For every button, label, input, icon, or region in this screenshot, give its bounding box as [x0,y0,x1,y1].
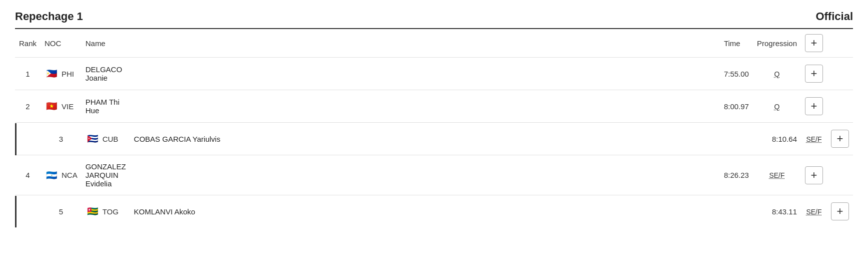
col-rank: Rank [15,29,41,58]
cell-progression: Q [753,58,801,90]
cell-rank: 4 [15,155,41,195]
page-header: Repechage 1 Official [15,10,853,28]
results-table: Rank NOC Name Time Progression + 1 🇵🇭 PH… [15,29,853,227]
expand-button[interactable]: + [805,166,823,184]
cell-progression: Q [753,90,801,123]
cell-spacer [720,123,753,155]
progression-value: SE/F [769,171,784,179]
cell-noc: 🇹🇬 TOG [82,195,130,228]
cell-spacer [130,155,720,195]
cell-progression: SE/F [801,195,827,228]
progression-value: Q [774,103,780,111]
cell-progression: SE/F [801,123,827,155]
status-badge: Official [815,10,853,23]
cell-name: DELGACO Joanie [82,58,130,90]
main-container: Repechage 1 Official Rank NOC Name Time … [0,0,868,274]
flag-icon: 🇵🇭 [45,69,59,78]
progression-value: SE/F [806,135,821,143]
cell-plus: + [801,58,827,90]
cell-rank: 5 [41,195,82,228]
col-noc: NOC [41,29,82,58]
header-plus-button[interactable]: + [805,34,823,52]
flag-icon: 🇳🇮 [45,171,59,180]
cell-spacer [720,195,753,228]
cell-time: 8:43.11 [753,195,801,228]
expand-button[interactable]: + [831,202,849,220]
table-row: 2 🇻🇳 VIE PHAM Thi Hue 8:00.97 Q + [15,90,853,123]
cell-progression: SE/F [753,155,801,195]
expand-button[interactable]: + [805,97,823,115]
cell-noc: 🇻🇳 VIE [41,90,82,123]
cell-noc: 🇵🇭 PHI [41,58,82,90]
col-plus-header: + [801,29,827,58]
table-row: 1 🇵🇭 PHI DELGACO Joanie 7:55.00 Q + [15,58,853,90]
col-spacer [130,29,720,58]
cell-spacer [130,90,720,123]
noc-code: TOG [103,207,119,216]
table-row: 3 🇨🇺 CUB COBAS GARCIA Yariulvis 8:10.64 … [15,123,853,155]
expand-button[interactable]: + [805,65,823,83]
cell-time: 8:26.23 [720,155,753,195]
col-time: Time [720,29,753,58]
cell-name: COBAS GARCIA Yariulvis [130,123,720,155]
col-name: Name [82,29,130,58]
noc-code: PHI [62,70,74,78]
cell-plus: + [801,155,827,195]
table-row: 4 🇳🇮 NCA GONZALEZ JARQUIN Evidelia 8:26.… [15,155,853,195]
cell-time: 8:00.97 [720,90,753,123]
table-row: 5 🇹🇬 TOG KOMLANVI Akoko 8:43.11 SE/F + [15,195,853,228]
cell-rank: 3 [41,123,82,155]
flag-icon: 🇻🇳 [45,102,59,111]
flag-icon: 🇹🇬 [86,207,100,216]
noc-code: NCA [62,171,78,179]
cell-rank: 1 [15,58,41,90]
cell-spacer [130,58,720,90]
noc-code: VIE [62,102,74,111]
cell-name: KOMLANVI Akoko [130,195,720,228]
progression-value: SE/F [806,208,821,216]
flag-icon: 🇨🇺 [86,134,100,143]
cell-plus: + [827,195,853,228]
cell-name: GONZALEZ JARQUIN Evidelia [82,155,130,195]
expand-button[interactable]: + [831,130,849,148]
page-title: Repechage 1 [15,10,83,23]
progression-value: Q [774,70,780,78]
noc-code: CUB [103,135,119,143]
cell-time: 7:55.00 [720,58,753,90]
table-header-row: Rank NOC Name Time Progression + [15,29,853,58]
cell-plus: + [827,123,853,155]
cell-rank: 2 [15,90,41,123]
cell-noc: 🇨🇺 CUB [82,123,130,155]
cell-noc: 🇳🇮 NCA [41,155,82,195]
cell-plus: + [801,90,827,123]
cell-time: 8:10.64 [753,123,801,155]
cell-name: PHAM Thi Hue [82,90,130,123]
col-progression: Progression [753,29,801,58]
